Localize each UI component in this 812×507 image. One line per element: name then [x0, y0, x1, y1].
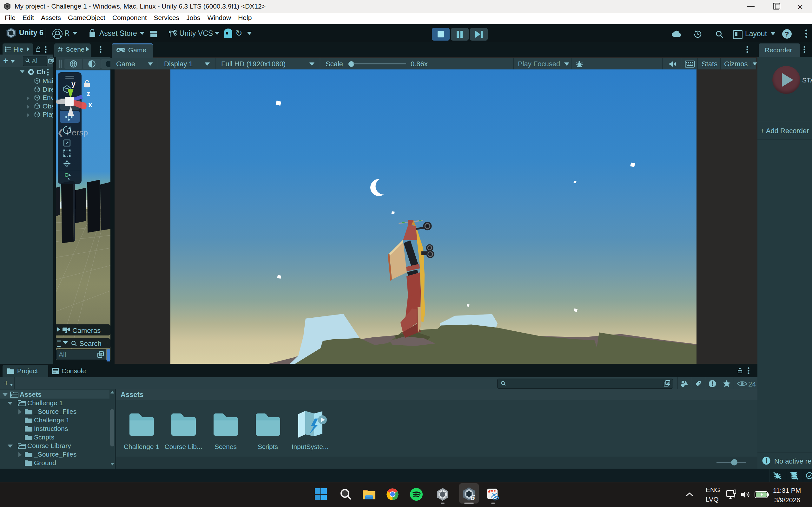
svg-text:x: x [88, 101, 92, 109]
svg-text:z: z [87, 90, 91, 98]
svg-text:y: y [71, 81, 75, 88]
